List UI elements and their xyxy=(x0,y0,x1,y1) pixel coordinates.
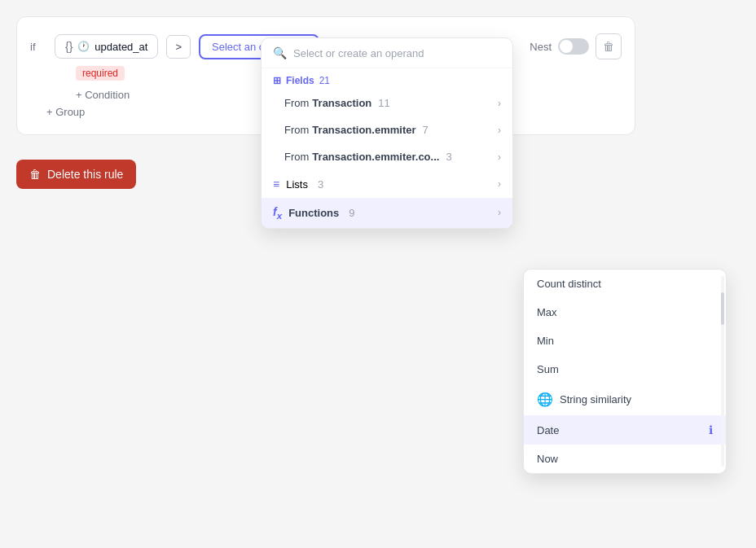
fields-section-header: ⊞ Fields 21 xyxy=(262,68,512,90)
functions-submenu: Count distinct Max Min Sum 🌐 String simi… xyxy=(523,269,727,474)
search-box: 🔍 xyxy=(262,38,512,68)
field-pill[interactable]: {} 🕐 updated_at xyxy=(55,34,158,59)
functions-label: Functions xyxy=(288,207,339,219)
submenu-min[interactable]: Min xyxy=(524,327,726,355)
now-label: Now xyxy=(537,453,558,465)
lists-label: Lists xyxy=(286,178,308,191)
lists-item[interactable]: ≡ Lists 3 › xyxy=(262,170,512,198)
lists-icon: ≡ xyxy=(273,178,279,191)
nest-label: Nest xyxy=(530,41,552,53)
clock-icon: 🕐 xyxy=(77,41,90,52)
fields-label: Fields xyxy=(286,75,314,86)
chevron-right-icon: › xyxy=(498,151,501,163)
from-emmiter-item[interactable]: From Transaction.emmiter 7 › xyxy=(262,116,512,143)
functions-icon: fx xyxy=(273,205,282,221)
object-icon: {} xyxy=(65,40,73,53)
count-distinct-label: Count distinct xyxy=(537,278,601,290)
globe-icon: 🌐 xyxy=(537,392,553,407)
lists-count: 3 xyxy=(318,178,323,191)
trash-icon: 🗑 xyxy=(603,40,614,53)
info-icon[interactable]: ℹ xyxy=(709,423,713,436)
submenu-now[interactable]: Now xyxy=(524,445,726,473)
fields-count: 21 xyxy=(319,75,330,86)
chevron-right-icon: › xyxy=(498,125,501,136)
operator-button[interactable]: > xyxy=(166,35,191,59)
delete-rule-button[interactable]: 🗑 Delete this rule xyxy=(16,160,136,189)
submenu-sum[interactable]: Sum xyxy=(524,355,726,384)
functions-count: 9 xyxy=(349,207,354,219)
submenu-max[interactable]: Max xyxy=(524,298,726,327)
if-label: if xyxy=(30,41,46,53)
sum-label: Sum xyxy=(537,363,559,375)
row-delete-button[interactable]: 🗑 xyxy=(596,33,622,59)
search-icon: 🔍 xyxy=(273,46,287,59)
submenu-count-distinct[interactable]: Count distinct xyxy=(524,270,726,298)
from-co-label: From Transaction.emmiter.co... 3 xyxy=(284,151,452,163)
operand-dropdown: 🔍 ⊞ Fields 21 From Transaction 11 › From… xyxy=(261,37,513,229)
submenu-date[interactable]: Date ℹ xyxy=(524,415,726,445)
from-co-item[interactable]: From Transaction.emmiter.co... 3 › xyxy=(262,143,512,170)
functions-item[interactable]: fx Functions 9 › xyxy=(262,198,512,228)
scrollbar-thumb[interactable] xyxy=(721,292,724,325)
chevron-right-icon: › xyxy=(498,207,501,218)
submenu-string-similarity[interactable]: 🌐 String similarity xyxy=(524,384,726,415)
delete-trash-icon: 🗑 xyxy=(29,168,41,181)
search-input[interactable] xyxy=(293,47,501,59)
max-label: Max xyxy=(537,306,557,318)
field-name: updated_at xyxy=(94,41,147,53)
nest-toggle[interactable] xyxy=(558,38,589,55)
required-badge: required xyxy=(76,66,125,81)
nest-area: Nest 🗑 xyxy=(530,33,622,59)
toggle-knob xyxy=(560,40,573,53)
from-emmiter-label: From Transaction.emmiter 7 xyxy=(284,124,429,136)
from-transaction-item[interactable]: From Transaction 11 › xyxy=(262,90,512,116)
scrollbar-track xyxy=(721,276,724,467)
min-label: Min xyxy=(537,335,554,347)
date-label: Date xyxy=(537,424,559,436)
fields-icon: ⊞ xyxy=(273,75,281,86)
from-transaction-label: From Transaction 11 xyxy=(284,97,390,109)
chevron-right-icon: › xyxy=(498,98,501,109)
delete-rule-label: Delete this rule xyxy=(47,168,123,181)
chevron-right-icon: › xyxy=(498,178,501,190)
string-similarity-label: String similarity xyxy=(560,393,631,406)
